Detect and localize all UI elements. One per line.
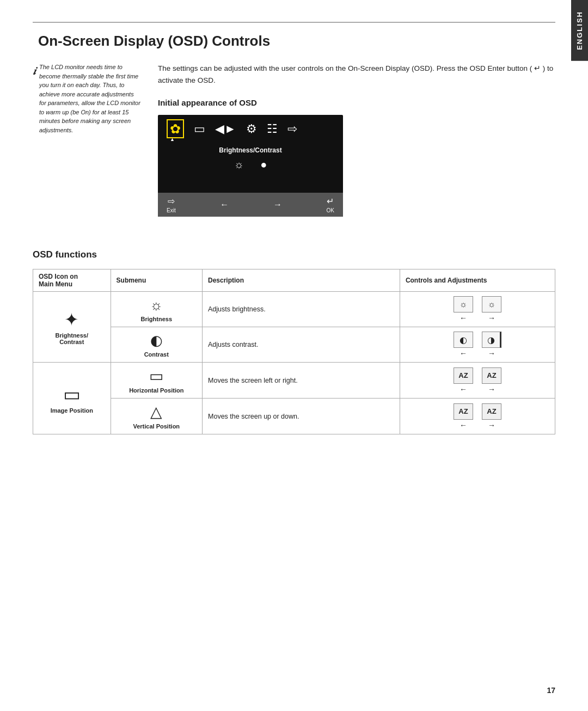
th-osd-icon: OSD Icon on Main Menu <box>33 269 111 292</box>
ctrl-box-left-hpos: AZ ← <box>454 367 473 394</box>
ctrl-arrow-left-brightness: ← <box>460 314 467 322</box>
ctrl-arrow-right-contrast: → <box>488 349 495 358</box>
osd-ok-button: ↵ OK <box>327 196 334 213</box>
td-submenu-vpos: △ Vertical Position <box>111 399 202 434</box>
osd-spacer <box>167 176 334 193</box>
osd-ok-icon: ↵ <box>327 196 334 206</box>
table-row: ◐ Contrast Adjusts contrast. ◐ ← ◑ → <box>33 327 555 363</box>
page-number: 17 <box>547 686 555 695</box>
td-submenu-brightness: ☼ Brightness <box>111 292 202 327</box>
osd-triangle-indicator: ▲ <box>170 137 175 142</box>
submenu-label-contrast: Contrast <box>117 351 197 358</box>
osd-exit-label: Exit <box>167 207 176 213</box>
ctrl-box-left-contrast: ◐ ← <box>454 332 473 358</box>
intro-paragraph: The settings can be adjusted with the us… <box>158 63 555 86</box>
osd-brightness-sub-icon: ☼ <box>234 158 244 171</box>
ctrl-img-right-brightness: ☼ <box>482 296 501 312</box>
initial-appearance-heading: Initial appearance of OSD <box>158 98 555 107</box>
osd-icon-exit: ⇨ <box>287 122 297 136</box>
ctrl-arrow-right-vpos: → <box>488 421 495 430</box>
osd-icon-position: ▭ <box>194 122 205 136</box>
td-controls-vpos: AZ ← AZ → <box>400 399 555 434</box>
osd-contrast-sub-icon: ● <box>260 158 267 171</box>
controls-contrast-row: ◐ ← ◑ → <box>406 332 549 358</box>
td-desc-contrast: Adjusts contrast. <box>203 327 400 363</box>
note-row: 𝑖 The LCD monitor needs time to become t… <box>33 63 142 134</box>
ctrl-arrow-left-contrast: ← <box>460 349 467 358</box>
td-controls-brightness: ☼ ← ☼ → <box>400 292 555 327</box>
submenu-label-vpos: Vertical Position <box>117 423 197 430</box>
ctrl-img-right-hpos: AZ <box>482 367 501 384</box>
right-content: The settings can be adjusted with the us… <box>158 63 555 233</box>
osd-icon-color: ⚙ <box>246 122 257 136</box>
td-controls-contrast: ◐ ← ◑ → <box>400 327 555 363</box>
osd-functions-table: OSD Icon on Main Menu Submenu Descriptio… <box>33 269 555 434</box>
submenu-icon-brightness: ☼ <box>117 297 197 314</box>
table-header-row: OSD Icon on Main Menu Submenu Descriptio… <box>33 269 555 292</box>
controls-hpos-row: AZ ← AZ → <box>406 367 549 394</box>
osd-exit-button: ⇨ Exit <box>167 196 176 213</box>
ctrl-img-left-brightness: ☼ <box>454 296 473 312</box>
osd-right-icon: → <box>273 200 282 210</box>
ctrl-box-left-vpos: AZ ← <box>454 403 473 430</box>
td-controls-hpos: AZ ← AZ → <box>400 363 555 399</box>
submenu-icon-contrast: ◐ <box>117 332 197 349</box>
main-icon-brightness-label: Brightness/Contrast <box>39 332 105 345</box>
note-text: The LCD monitor needs time to become the… <box>39 63 142 134</box>
submenu-icon-hpos: ▭ <box>117 367 197 385</box>
td-desc-brightness: Adjusts brightness. <box>203 292 400 327</box>
page-title: On-Screen Display (OSD) Controls <box>38 33 555 50</box>
main-icon-position-label: Image Position <box>39 407 105 414</box>
osd-functions-heading: OSD functions <box>33 249 555 260</box>
osd-display: ✿ ▲ ▭ ◀► ⚙ ☷ ⇨ Brightness/Contrast ☼ ● <box>158 115 343 217</box>
th-description: Description <box>203 269 400 292</box>
english-tab: ENGLISH <box>571 0 588 61</box>
osd-left-icon: ← <box>220 200 229 210</box>
note-icon: 𝑖 <box>33 63 36 79</box>
osd-bottom-bar: ⇨ Exit ← → ↵ OK <box>158 193 343 217</box>
osd-ok-label: OK <box>327 207 334 213</box>
td-desc-hpos: Moves the screen left or right. <box>203 363 400 399</box>
table-row: ▭ Image Position ▭ Horizontal Position M… <box>33 363 555 399</box>
top-border <box>33 22 555 23</box>
td-desc-vpos: Moves the screen up or down. <box>203 399 400 434</box>
th-submenu: Submenu <box>111 269 202 292</box>
ctrl-arrow-right-brightness: → <box>488 314 495 322</box>
ctrl-box-left-brightness: ☼ ← <box>454 296 473 322</box>
ctrl-img-right-vpos: AZ <box>482 403 501 420</box>
ctrl-img-right-contrast: ◑ <box>482 332 501 348</box>
osd-submenu-label: Brightness/Contrast <box>167 146 334 154</box>
controls-brightness-row: ☼ ← ☼ → <box>406 296 549 322</box>
ctrl-img-left-vpos: AZ <box>454 403 473 420</box>
ctrl-box-right-vpos: AZ → <box>482 403 501 430</box>
osd-submenu-area: Brightness/Contrast ☼ ● <box>167 146 334 193</box>
osd-icon-brightness: ✿ <box>167 119 184 138</box>
osd-right-button: → <box>273 200 282 210</box>
osd-icons-row: ✿ ▲ ▭ ◀► ⚙ ☷ ⇨ <box>167 121 334 139</box>
ctrl-box-right-hpos: AZ → <box>482 367 501 394</box>
table-row: △ Vertical Position Moves the screen up … <box>33 399 555 434</box>
table-row: ✦ Brightness/Contrast ☼ Brightness Adjus… <box>33 292 555 327</box>
main-icon-brightness-symbol: ✦ <box>39 309 105 330</box>
th-controls: Controls and Adjustments <box>400 269 555 292</box>
td-main-icon-brightness: ✦ Brightness/Contrast <box>33 292 111 363</box>
left-note: 𝑖 The LCD monitor needs time to become t… <box>33 63 142 233</box>
submenu-label-brightness: Brightness <box>117 316 197 322</box>
controls-vpos-row: AZ ← AZ → <box>406 403 549 430</box>
osd-icon-image: ◀► <box>215 122 236 136</box>
ctrl-box-right-contrast: ◑ → <box>482 332 501 358</box>
osd-exit-icon: ⇨ <box>168 196 175 206</box>
ctrl-arrow-left-vpos: ← <box>460 421 467 430</box>
main-content-area: 𝑖 The LCD monitor needs time to become t… <box>33 63 555 233</box>
td-submenu-contrast: ◐ Contrast <box>111 327 202 363</box>
submenu-icon-vpos: △ <box>117 403 197 421</box>
td-submenu-hpos: ▭ Horizontal Position <box>111 363 202 399</box>
submenu-label-hpos: Horizontal Position <box>117 387 197 394</box>
td-main-icon-position: ▭ Image Position <box>33 363 111 434</box>
main-icon-position-symbol: ▭ <box>39 383 105 405</box>
ctrl-img-left-contrast: ◐ <box>454 332 473 348</box>
osd-icon-menu: ☷ <box>267 122 278 136</box>
osd-left-button: ← <box>220 200 229 210</box>
ctrl-box-right-brightness: ☼ → <box>482 296 501 322</box>
ctrl-arrow-right-hpos: → <box>488 385 495 394</box>
